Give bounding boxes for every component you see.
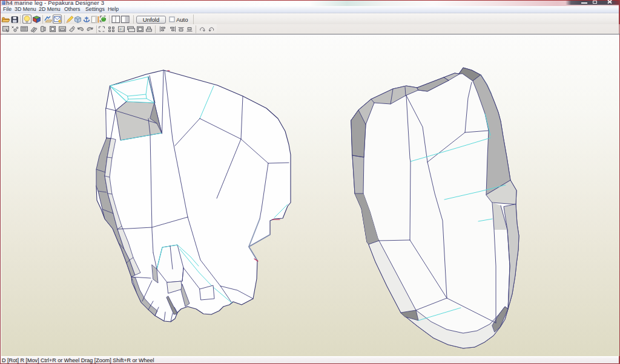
svg-text:P.1: P.1 xyxy=(119,28,125,31)
svg-text:Auto: Auto xyxy=(176,16,188,23)
svg-text:Unfold: Unfold xyxy=(143,16,159,23)
